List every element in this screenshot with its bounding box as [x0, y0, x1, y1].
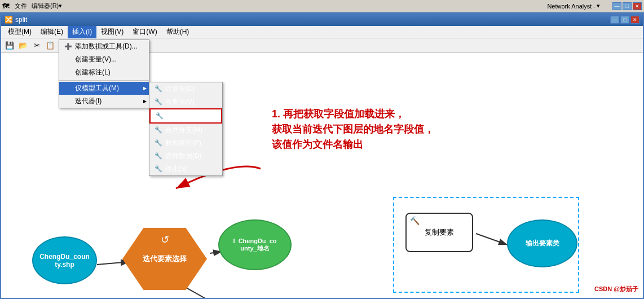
window-titlebar: 🔀 split — □ ✕ — [1, 14, 643, 26]
menu-view[interactable]: 视图(V) — [96, 26, 128, 38]
menu-help[interactable]: 帮助(H) — [162, 26, 194, 38]
calc-icon: 🔧 — [154, 85, 163, 94]
dd-create-var[interactable]: 创建变量(V)... — [59, 53, 149, 66]
win-maximize[interactable]: □ — [620, 16, 629, 24]
os-toolbar: 🗺 文件 编辑器(R)▾ Network Analyst - ▾ — □ ✕ — [0, 0, 644, 12]
os-min[interactable]: — — [612, 2, 621, 10]
node-iterate[interactable]: 迭代要素选择 ↺ — [122, 228, 207, 290]
tool-copy[interactable]: 📋 — [44, 39, 56, 52]
collect-icon: 🔧 — [154, 98, 163, 107]
menu-model[interactable]: 模型(M) — [3, 26, 36, 38]
node-chengdu[interactable]: ChengDu_county.shp — [32, 236, 97, 284]
os-menu-edit[interactable]: 编辑器(R)▾ — [32, 2, 62, 10]
tool-open[interactable]: 📂 — [17, 39, 29, 52]
iterator-icon — [64, 97, 73, 106]
menu-edit[interactable]: 编辑(E) — [36, 26, 68, 38]
os-close[interactable]: ✕ — [633, 2, 642, 10]
window-title-text: split — [15, 16, 27, 24]
create-var-icon — [64, 55, 73, 64]
stop-icon: 🔧 — [154, 165, 163, 174]
sub-parse-path[interactable]: 🔧 解析路径(P) — [149, 137, 222, 150]
node-output[interactable]: 输出要素类 — [507, 219, 577, 267]
menu-bar: 模型(M) 编辑(E) 插入(I) 视图(V) 窗口(W) 帮助(H) — [1, 26, 643, 38]
get-field-icon: 🔧 — [155, 112, 164, 121]
win-close[interactable]: ✕ — [630, 16, 639, 24]
network-analyst-label: Network Analyst - — [547, 3, 596, 10]
os-controls: — □ ✕ — [612, 2, 642, 10]
window-controls: — □ ✕ — [610, 16, 639, 24]
node-i-chengdu[interactable]: I_ChengDu_county_地名 — [218, 219, 292, 270]
sub-menu-model-tool: 🔧 计算值(C) 🔧 收集值(V) 🔧 获取字段值(G) 🔧 合并分支(M) 🔧… — [149, 82, 223, 176]
os-menu-items: 文件 编辑器(R)▾ — [15, 2, 62, 10]
dd-iterator[interactable]: 迭代器(I) — [59, 95, 149, 108]
os-max[interactable]: □ — [623, 2, 632, 10]
annotation-text: 1. 再把获取字段值加载进来， 获取当前迭代下图层的地名字段值， 该值作为文件名… — [272, 107, 434, 152]
dd-sep1 — [59, 80, 149, 81]
tool-save[interactable]: 💾 — [3, 39, 16, 52]
window-icon: 🔀 — [5, 16, 13, 24]
app-logo: 🗺 — [2, 2, 9, 10]
watermark: CSDN @炒茄子 — [594, 285, 638, 293]
parse-path-icon: 🔧 — [154, 139, 163, 148]
insert-dropdown: ➕ 添加数据或工具(D)... 创建变量(V)... 创建标注(L) 仅模型工具… — [59, 39, 149, 108]
sub-collect[interactable]: 🔧 收集值(V) — [149, 95, 222, 108]
model-tool-icon — [64, 84, 73, 93]
network-analyst-dropdown[interactable]: ▾ — [597, 2, 600, 10]
svg-line-4 — [476, 234, 508, 245]
select-data-icon: 🔧 — [154, 152, 163, 161]
menu-window[interactable]: 窗口(W) — [128, 26, 161, 38]
sub-stop[interactable]: 🔧 停止(S) — [149, 162, 222, 175]
os-menu-file[interactable]: 文件 — [15, 2, 27, 10]
sub-select-data[interactable]: 🔧 选择数据(D) — [149, 150, 222, 162]
dd-add-data[interactable]: ➕ 添加数据或工具(D)... — [59, 40, 149, 53]
dd-create-label[interactable]: 创建标注(L) — [59, 66, 149, 79]
node-copy[interactable]: 🔨 复制要素 — [405, 213, 473, 252]
create-label-icon — [64, 68, 73, 77]
sub-merge[interactable]: 🔧 合并分支(M) — [149, 124, 222, 137]
sub-get-field[interactable]: 🔧 获取字段值(G) — [149, 108, 222, 124]
dd-model-tool[interactable]: 仅模型工具(M) 🔧 计算值(C) 🔧 收集值(V) 🔧 获取字段值(G) 🔧 … — [59, 82, 149, 95]
tool-cut[interactable]: ✂ — [30, 39, 43, 52]
sub-calc[interactable]: 🔧 计算值(C) — [149, 82, 222, 95]
window-title-left: 🔀 split — [5, 16, 27, 24]
merge-icon: 🔧 — [154, 126, 163, 135]
win-minimize[interactable]: — — [610, 16, 619, 24]
add-data-icon: ➕ — [64, 42, 73, 51]
menu-insert[interactable]: 插入(I) — [68, 26, 96, 38]
